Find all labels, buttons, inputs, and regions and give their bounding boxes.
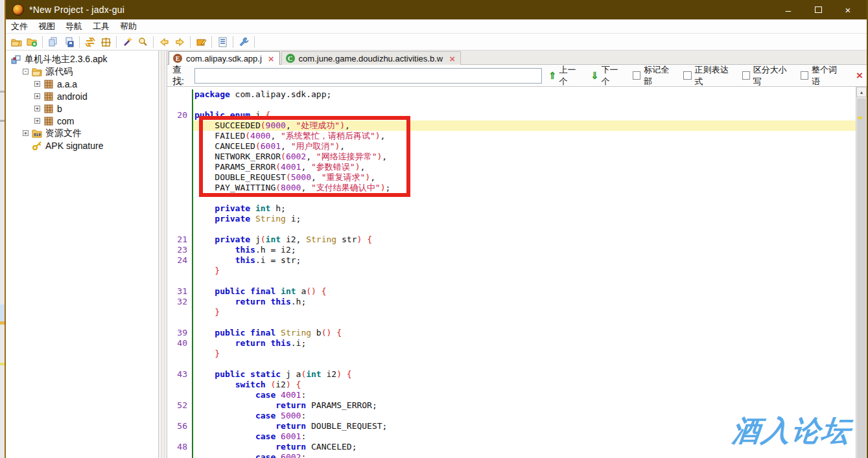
save-all-icon[interactable] bbox=[61, 35, 76, 49]
menu-item-2[interactable]: 导航 bbox=[60, 19, 88, 34]
tree-item-com[interactable]: +com bbox=[6, 115, 158, 127]
sync-icon[interactable] bbox=[82, 35, 98, 49]
menu-item-3[interactable]: 工具 bbox=[88, 19, 115, 34]
code-line[interactable]: 31 public final int a() { bbox=[167, 286, 856, 297]
code-line[interactable]: NETWORK_ERROR(6002, "网络连接异常"), bbox=[167, 152, 856, 162]
scrollbar-thumb[interactable] bbox=[857, 98, 866, 458]
code-line[interactable]: package com.alipay.sdk.app; bbox=[167, 89, 856, 100]
tab-com.june.game.doudizhu.activities.b.w[interactable]: Ccom.june.game.doudizhu.activities.b.w× bbox=[281, 51, 461, 65]
close-button[interactable]: × bbox=[833, 1, 863, 19]
add-files-icon[interactable] bbox=[24, 35, 40, 49]
menu-item-1[interactable]: 视图 bbox=[33, 19, 60, 34]
tree-item--[interactable]: +010资源文件 bbox=[6, 127, 158, 139]
toolbar-separator bbox=[79, 36, 80, 48]
toolbar-separator bbox=[211, 36, 212, 48]
tree-item-android[interactable]: +android bbox=[6, 90, 158, 102]
code-line[interactable]: PARAMS_ERROR(4001, "参数错误"), bbox=[167, 162, 856, 172]
quick-commands-icon[interactable] bbox=[119, 35, 135, 49]
code-text: DOUBLE_REQUEST(5000, "重复请求"), bbox=[192, 172, 856, 183]
expand-icon[interactable]: + bbox=[34, 118, 40, 124]
code-line[interactable] bbox=[167, 359, 856, 369]
nav-back-icon[interactable] bbox=[156, 35, 172, 49]
find-next-button[interactable]: ⇓ 下一个 bbox=[591, 64, 624, 87]
code-line[interactable]: 43 public static j a(int i2) { bbox=[167, 369, 856, 380]
enum-class-icon: E bbox=[173, 54, 182, 63]
jadx-gui-window: *New Project - jadx-gui – × 文件视图导航工具帮助 +… bbox=[5, 0, 868, 458]
tree-item-b[interactable]: +b bbox=[6, 102, 158, 115]
code-line[interactable]: 52 return PARAMS_ERROR; bbox=[167, 400, 856, 411]
tree-item--2.3.6.apk[interactable]: +单机斗地主2.3.6.apk bbox=[6, 53, 158, 65]
code-line[interactable]: 23 this.h = i2; bbox=[167, 245, 856, 255]
code-line[interactable]: CANCELED(6001, "用户取消"), bbox=[167, 141, 856, 152]
code-line[interactable]: private String i; bbox=[167, 214, 856, 224]
minimize-button[interactable]: – bbox=[773, 1, 803, 19]
code-line[interactable]: 24 this.i = str; bbox=[167, 255, 856, 266]
checkbox-icon[interactable] bbox=[683, 71, 691, 80]
search-option-3[interactable]: 整个词语 bbox=[801, 64, 843, 87]
preferences-icon[interactable] bbox=[236, 35, 252, 49]
log-viewer-icon[interactable] bbox=[193, 35, 209, 49]
tree-item--[interactable]: -源代码 bbox=[6, 65, 158, 78]
search-option-0[interactable]: 标记全部 bbox=[633, 64, 675, 87]
vertical-scrollbar[interactable]: ▲ bbox=[856, 87, 867, 458]
checkbox-icon[interactable] bbox=[801, 71, 808, 80]
checkbox-icon[interactable] bbox=[742, 71, 750, 80]
code-line[interactable] bbox=[167, 317, 856, 328]
code-line[interactable]: SUCCEEDED(9000, "处理成功"), bbox=[167, 120, 856, 131]
code-line[interactable]: 39 public final String b() { bbox=[167, 328, 856, 338]
maximize-button[interactable] bbox=[803, 1, 833, 19]
line-number bbox=[167, 203, 192, 214]
open-project-icon[interactable] bbox=[8, 35, 24, 49]
code-line[interactable]: } bbox=[167, 266, 856, 276]
code-line[interactable]: case 4001: bbox=[167, 390, 856, 400]
code-text: } bbox=[192, 266, 856, 276]
code-line[interactable]: DOUBLE_REQUEST(5000, "重复请求"), bbox=[167, 172, 856, 183]
line-number: 20 bbox=[167, 110, 192, 120]
code-line[interactable]: FAILED(4000, "系统繁忙，请稍后再试"), bbox=[167, 131, 856, 141]
code-text bbox=[192, 276, 856, 286]
search-option-2[interactable]: 区分大小写 bbox=[742, 64, 792, 87]
scroll-up-button[interactable]: ▲ bbox=[856, 87, 867, 97]
code-line[interactable]: 20public enum j { bbox=[167, 110, 856, 120]
code-line[interactable]: 40 return this.i; bbox=[167, 338, 856, 349]
tab-com.alipay.sdk.app.j[interactable]: Ecom.alipay.sdk.app.j× bbox=[169, 51, 280, 65]
expand-icon[interactable]: + bbox=[34, 81, 40, 87]
tree-item-apk-signature[interactable]: +APK signature bbox=[6, 139, 158, 152]
code-view[interactable]: package com.alipay.sdk.app;20public enum… bbox=[167, 87, 867, 458]
code-line[interactable] bbox=[167, 100, 856, 110]
toolbar-separator bbox=[42, 36, 43, 48]
checkbox-icon[interactable] bbox=[633, 71, 640, 80]
code-line[interactable]: 32 return this.h; bbox=[167, 297, 856, 307]
collapse-icon[interactable]: - bbox=[23, 69, 29, 74]
report-icon[interactable] bbox=[215, 35, 230, 49]
code-line[interactable] bbox=[167, 193, 856, 203]
search-option-1[interactable]: 正则表达式 bbox=[683, 64, 733, 87]
tab-close-icon[interactable]: × bbox=[449, 54, 455, 63]
code-line[interactable] bbox=[167, 276, 856, 286]
menu-item-0[interactable]: 文件 bbox=[6, 19, 33, 34]
nav-forward-icon[interactable] bbox=[172, 35, 187, 49]
menu-item-4[interactable]: 帮助 bbox=[115, 19, 142, 34]
expand-icon[interactable]: + bbox=[23, 130, 29, 136]
code-line[interactable]: } bbox=[167, 307, 856, 317]
search-close-icon[interactable]: × bbox=[856, 69, 863, 82]
find-previous-button[interactable]: ⇑ 上一个 bbox=[548, 64, 582, 87]
code-line[interactable] bbox=[167, 224, 856, 235]
code-line[interactable]: private int h; bbox=[167, 203, 856, 214]
expand-icon[interactable]: + bbox=[34, 93, 40, 99]
tab-close-icon[interactable]: × bbox=[268, 54, 274, 63]
code-line[interactable]: switch (i2) { bbox=[167, 380, 856, 390]
code-line[interactable]: } bbox=[167, 349, 856, 359]
panel-splitter[interactable] bbox=[159, 51, 167, 458]
expand-icon[interactable]: + bbox=[34, 106, 40, 111]
tree-item-label: b bbox=[57, 104, 62, 114]
code-line[interactable]: PAY_WAITTING(8000, "支付结果确认中"); bbox=[167, 183, 856, 193]
deobfuscation-icon[interactable] bbox=[98, 35, 113, 49]
code-text: return this.i; bbox=[192, 338, 856, 349]
search-icon[interactable] bbox=[135, 35, 150, 49]
search-input[interactable] bbox=[194, 68, 542, 84]
tree-item-a.a.a[interactable]: +a.a.a bbox=[6, 78, 158, 90]
code-line[interactable]: 21 private j(int i2, String str) { bbox=[167, 235, 856, 245]
code-line[interactable]: case 6002: bbox=[167, 452, 856, 458]
copy-icon[interactable] bbox=[45, 35, 61, 49]
